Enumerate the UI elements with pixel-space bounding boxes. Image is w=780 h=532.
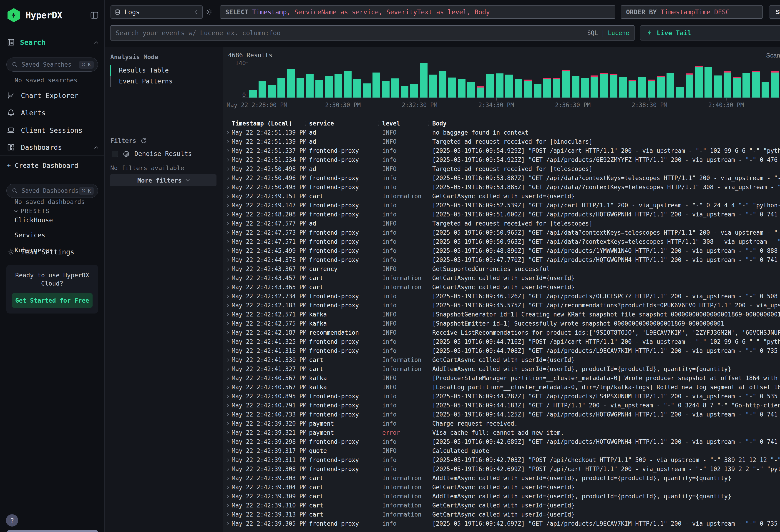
table-row[interactable]: May 22 2:42:44.378 PMfrontend-proxyinfo[… xyxy=(223,255,780,264)
table-row[interactable]: May 22 2:42:43.457 PMcartInformationGetC… xyxy=(223,274,780,283)
expand-row-icon[interactable] xyxy=(226,431,229,434)
get-started-button[interactable]: Get Started for Free xyxy=(12,293,93,307)
histogram-bar[interactable] xyxy=(486,74,494,98)
bottom-banner-partial[interactable] xyxy=(7,530,98,532)
table-row[interactable]: May 22 2:42:39.320 PMpaymentinfoCharge r… xyxy=(223,419,780,428)
histogram-bar[interactable] xyxy=(363,84,371,98)
event-search-input[interactable] xyxy=(116,29,587,37)
table-row[interactable]: May 22 2:42:43.365 PMcartInformationGetC… xyxy=(223,283,780,292)
expand-row-icon[interactable] xyxy=(226,413,229,416)
histogram-bar[interactable] xyxy=(477,86,485,98)
histogram-bar[interactable] xyxy=(752,71,760,98)
expand-row-icon[interactable] xyxy=(226,368,229,371)
column-header-level[interactable]: level xyxy=(382,119,432,128)
sidebar-collapse-icon[interactable] xyxy=(90,11,99,20)
table-row[interactable]: May 22 2:42:45.499 PMfrontend-proxyinfo[… xyxy=(223,246,780,255)
expand-row-icon[interactable] xyxy=(226,195,229,198)
expand-row-icon[interactable] xyxy=(226,167,229,171)
event-search-bar[interactable]: SQL | Lucene xyxy=(110,26,634,41)
expand-row-icon[interactable] xyxy=(226,486,229,489)
source-settings-gear-icon[interactable] xyxy=(205,8,213,16)
table-row[interactable]: May 22 2:42:41.325 PMfrontend-proxyinfo[… xyxy=(223,337,780,346)
expand-row-icon[interactable] xyxy=(226,240,229,243)
expand-row-icon[interactable] xyxy=(226,213,229,216)
histogram-bar[interactable] xyxy=(391,79,399,98)
expand-row-icon[interactable] xyxy=(226,422,229,425)
sql-mode-option[interactable]: SQL xyxy=(587,30,598,36)
table-row[interactable]: May 22 2:42:51.534 PMfrontend-proxyinfo[… xyxy=(223,155,780,164)
histogram-bar[interactable] xyxy=(686,74,693,98)
table-row[interactable]: May 22 2:42:47.571 PMfrontend-proxyinfo[… xyxy=(223,237,780,246)
expand-row-icon[interactable] xyxy=(226,449,229,452)
table-row[interactable]: May 22 2:42:40.567 PMkafkaINFO[LocalLog … xyxy=(223,383,780,392)
expand-row-icon[interactable] xyxy=(226,204,229,207)
table-row[interactable]: May 22 2:42:39.303 PMcartInformationAddI… xyxy=(223,474,780,483)
expand-row-icon[interactable] xyxy=(226,249,229,252)
histogram-bar[interactable] xyxy=(410,84,418,98)
histogram-bar[interactable] xyxy=(297,78,304,98)
histogram-bar[interactable] xyxy=(439,71,447,98)
table-row[interactable]: May 22 2:42:41.330 PMcartInformationGetC… xyxy=(223,355,780,365)
expand-row-icon[interactable] xyxy=(226,222,229,225)
table-row[interactable]: May 22 2:42:39.313 PMcartInformationGetC… xyxy=(223,510,780,519)
column-header-service[interactable]: service xyxy=(309,119,382,128)
table-row[interactable]: May 22 2:42:40.567 PMkafkaINFO[ProducerS… xyxy=(223,374,780,383)
denoise-checkbox[interactable] xyxy=(112,151,118,157)
expand-row-icon[interactable] xyxy=(226,295,229,298)
histogram-bar[interactable] xyxy=(467,82,475,98)
histogram-bar[interactable] xyxy=(733,77,741,98)
tab-event-patterns[interactable]: Event Patterns xyxy=(110,76,218,87)
histogram-bar[interactable] xyxy=(524,80,532,98)
table-row[interactable]: May 22 2:42:47.577 PMadINFOTargeted ad r… xyxy=(223,219,780,228)
table-row[interactable]: May 22 2:42:51.139 PMadINFOTargeted ad r… xyxy=(223,137,780,146)
table-row[interactable]: May 22 2:42:42.183 PMfrontend-proxyinfo[… xyxy=(223,301,780,310)
table-row[interactable]: May 22 2:42:42.734 PMfrontend-proxyinfo[… xyxy=(223,292,780,301)
histogram-bar[interactable] xyxy=(638,77,646,98)
save-button[interactable]: Save xyxy=(769,5,780,19)
expand-row-icon[interactable] xyxy=(226,477,229,480)
expand-row-icon[interactable] xyxy=(226,440,229,443)
saved-searches-search[interactable]: ⌘ K xyxy=(6,57,98,71)
table-row[interactable]: May 22 2:42:39.310 PMcartInformationGetC… xyxy=(223,501,780,510)
histogram-bar[interactable] xyxy=(249,90,257,98)
column-header-body[interactable]: Body xyxy=(432,119,780,128)
histogram-bar[interactable] xyxy=(724,71,731,98)
histogram-bar[interactable] xyxy=(562,70,570,98)
expand-row-icon[interactable] xyxy=(226,313,229,316)
table-row[interactable]: May 22 2:42:49.151 PMcartInformationGetC… xyxy=(223,192,780,201)
table-row[interactable]: May 22 2:42:48.208 PMfrontend-proxyinfo[… xyxy=(223,210,780,219)
preset-item[interactable]: Services xyxy=(14,232,119,239)
expand-row-icon[interactable] xyxy=(226,386,229,389)
expand-row-icon[interactable] xyxy=(226,504,229,507)
histogram-bar[interactable] xyxy=(581,78,589,98)
table-row[interactable]: May 22 2:42:51.139 PMadINFOno baggage fo… xyxy=(223,128,780,137)
table-row[interactable]: May 22 2:42:50.496 PMfrontend-proxyinfo[… xyxy=(223,174,780,183)
histogram-bar[interactable] xyxy=(287,69,295,98)
expand-row-icon[interactable] xyxy=(226,468,229,471)
sidebar-item-client-sessions[interactable]: Client Sessions xyxy=(7,124,98,137)
table-row[interactable]: May 22 2:42:39.309 PMcartInformationAddI… xyxy=(223,492,780,501)
expand-row-icon[interactable] xyxy=(226,513,229,516)
histogram-bar[interactable] xyxy=(762,82,769,98)
histogram-bar[interactable] xyxy=(572,76,579,98)
histogram-bar[interactable] xyxy=(695,66,703,98)
histogram-bar[interactable] xyxy=(629,80,636,98)
histogram-bar[interactable] xyxy=(268,85,276,98)
histogram-bar[interactable] xyxy=(258,81,266,98)
table-row[interactable]: May 22 2:42:40.733 PMfrontend-proxyinfo[… xyxy=(223,410,780,419)
table-row[interactable]: May 22 2:42:42.187 PMrecommendationINFOR… xyxy=(223,328,780,337)
tab-results-table[interactable]: Results Table xyxy=(110,65,218,76)
histogram-bar[interactable] xyxy=(619,77,627,98)
histogram-bar[interactable] xyxy=(657,76,665,98)
expand-row-icon[interactable] xyxy=(226,268,229,271)
expand-row-icon[interactable] xyxy=(226,231,229,234)
histogram-bar[interactable] xyxy=(458,79,466,98)
histogram-bar[interactable] xyxy=(648,80,655,98)
histogram-bar[interactable] xyxy=(704,67,712,98)
column-resize-handle[interactable] xyxy=(428,121,429,126)
expand-row-icon[interactable] xyxy=(226,277,229,280)
histogram-bar[interactable] xyxy=(420,63,428,98)
histogram-bar[interactable] xyxy=(667,73,674,98)
table-row[interactable]: May 22 2:42:51.537 PMfrontend-proxyinfo[… xyxy=(223,146,780,155)
histogram-bar[interactable] xyxy=(344,71,351,98)
